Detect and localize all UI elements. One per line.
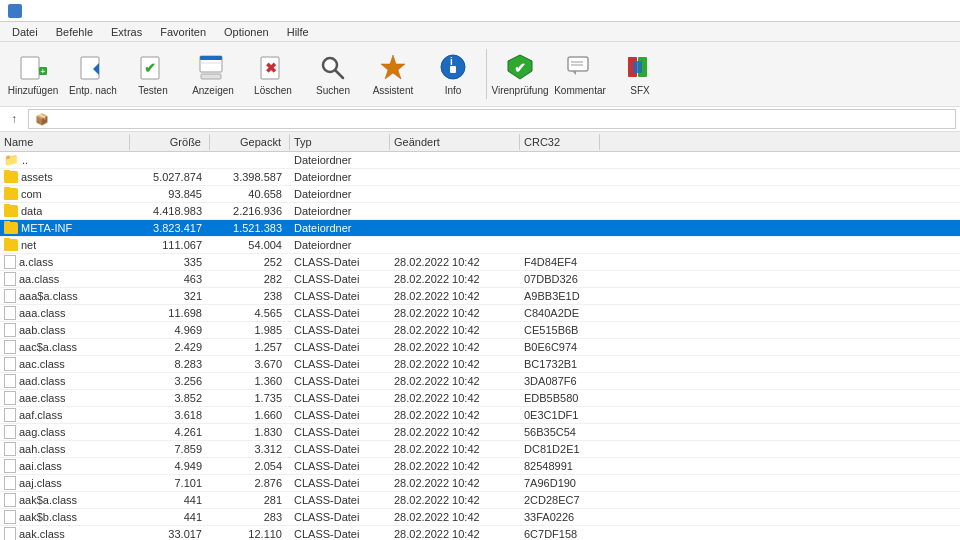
cell-size: 4.969 bbox=[130, 323, 210, 337]
cell-name: aak$a.class bbox=[0, 492, 130, 508]
toolbar-btn-kommentar[interactable]: Kommentar bbox=[551, 45, 609, 103]
table-row[interactable]: aae.class3.8521.735CLASS-Datei28.02.2022… bbox=[0, 390, 960, 407]
cell-packed: 3.398.587 bbox=[210, 170, 290, 184]
table-row[interactable]: aad.class3.2561.360CLASS-Datei28.02.2022… bbox=[0, 373, 960, 390]
cell-changed: 28.02.2022 10:42 bbox=[390, 255, 520, 269]
info-icon: i bbox=[437, 51, 469, 83]
menu-item-favoriten[interactable]: Favoriten bbox=[152, 24, 214, 40]
folder-icon bbox=[4, 205, 18, 217]
cell-type: Dateiordner bbox=[290, 170, 390, 184]
table-row[interactable]: assets5.027.8743.398.587Dateiordner bbox=[0, 169, 960, 186]
menu-item-hilfe[interactable]: Hilfe bbox=[279, 24, 317, 40]
col-header-packed[interactable]: Gepackt bbox=[210, 134, 290, 150]
table-row[interactable]: aak$b.class441283CLASS-Datei28.02.2022 1… bbox=[0, 509, 960, 526]
loschen-icon: ✖ bbox=[257, 51, 289, 83]
cell-name: aac.class bbox=[0, 356, 130, 372]
file-icon bbox=[4, 340, 16, 354]
file-name-text: com bbox=[21, 188, 42, 200]
cell-type: Dateiordner bbox=[290, 187, 390, 201]
table-row[interactable]: aaj.class7.1012.876CLASS-Datei28.02.2022… bbox=[0, 475, 960, 492]
toolbar-btn-loschen[interactable]: ✖Löschen bbox=[244, 45, 302, 103]
nav-up-button[interactable]: ↑ bbox=[4, 109, 24, 129]
folder-icon bbox=[4, 239, 18, 251]
column-headers: Name Größe Gepackt Typ Geändert CRC32 bbox=[0, 132, 960, 152]
table-row[interactable]: aai.class4.9492.054CLASS-Datei28.02.2022… bbox=[0, 458, 960, 475]
table-row[interactable]: aaa.class11.6984.565CLASS-Datei28.02.202… bbox=[0, 305, 960, 322]
file-icon bbox=[4, 306, 16, 320]
suchen-label: Suchen bbox=[316, 85, 350, 97]
cell-packed: 1.360 bbox=[210, 374, 290, 388]
toolbar-btn-anzeigen[interactable]: Anzeigen bbox=[184, 45, 242, 103]
cell-crc: 2CD28EC7 bbox=[520, 493, 600, 507]
file-name-text: aae.class bbox=[19, 392, 65, 404]
col-header-type[interactable]: Typ bbox=[290, 134, 390, 150]
table-row[interactable]: data4.418.9832.216.936Dateiordner bbox=[0, 203, 960, 220]
table-row[interactable]: net111.06754.004Dateiordner bbox=[0, 237, 960, 254]
cell-changed: 28.02.2022 10:42 bbox=[390, 459, 520, 473]
file-name-text: aa.class bbox=[19, 273, 59, 285]
cell-crc: A9BB3E1D bbox=[520, 289, 600, 303]
cell-type: CLASS-Datei bbox=[290, 425, 390, 439]
file-icon bbox=[4, 425, 16, 439]
table-row[interactable]: aaf.class3.6181.660CLASS-Datei28.02.2022… bbox=[0, 407, 960, 424]
toolbar-btn-assistent[interactable]: Assistent bbox=[364, 45, 422, 103]
toolbar-btn-testen[interactable]: ✔Testen bbox=[124, 45, 182, 103]
toolbar-btn-hinzufugen[interactable]: +Hinzufügen bbox=[4, 45, 62, 103]
cell-type: Dateiordner bbox=[290, 221, 390, 235]
cell-name: aac$a.class bbox=[0, 339, 130, 355]
cell-packed: 3.312 bbox=[210, 442, 290, 456]
cell-crc: F4D84EF4 bbox=[520, 255, 600, 269]
cell-name: aaa.class bbox=[0, 305, 130, 321]
cell-name: net bbox=[0, 238, 130, 252]
cell-crc: 3DA087F6 bbox=[520, 374, 600, 388]
table-row[interactable]: aak$a.class441281CLASS-Datei28.02.2022 1… bbox=[0, 492, 960, 509]
col-header-name[interactable]: Name bbox=[0, 134, 130, 150]
table-row[interactable]: aac$a.class2.4291.257CLASS-Datei28.02.20… bbox=[0, 339, 960, 356]
col-header-size[interactable]: Größe bbox=[130, 134, 210, 150]
cell-size bbox=[130, 159, 210, 161]
table-row[interactable]: aag.class4.2611.830CLASS-Datei28.02.2022… bbox=[0, 424, 960, 441]
svg-rect-21 bbox=[568, 57, 588, 71]
table-row[interactable]: 📁..Dateiordner bbox=[0, 152, 960, 169]
table-row[interactable]: aa.class463282CLASS-Datei28.02.2022 10:4… bbox=[0, 271, 960, 288]
cell-packed: 238 bbox=[210, 289, 290, 303]
cell-packed bbox=[210, 159, 290, 161]
toolbar-btn-info[interactable]: iInfo bbox=[424, 45, 482, 103]
cell-changed bbox=[390, 193, 520, 195]
table-row[interactable]: aaa$a.class321238CLASS-Datei28.02.2022 1… bbox=[0, 288, 960, 305]
table-row[interactable]: com93.84540.658Dateiordner bbox=[0, 186, 960, 203]
file-name-text: a.class bbox=[19, 256, 53, 268]
address-bar: ↑ 📦 bbox=[0, 107, 960, 132]
cell-changed: 28.02.2022 10:42 bbox=[390, 493, 520, 507]
toolbar-separator bbox=[486, 49, 487, 99]
col-header-crc[interactable]: CRC32 bbox=[520, 134, 600, 150]
cell-name: aah.class bbox=[0, 441, 130, 457]
file-icon bbox=[4, 391, 16, 405]
col-header-changed[interactable]: Geändert bbox=[390, 134, 520, 150]
toolbar-btn-virenpruefung[interactable]: ✔Virenprüfung bbox=[491, 45, 549, 103]
table-row[interactable]: aak.class33.01712.110CLASS-Datei28.02.20… bbox=[0, 526, 960, 540]
table-row[interactable]: aab.class4.9691.985CLASS-Datei28.02.2022… bbox=[0, 322, 960, 339]
cell-name: aaf.class bbox=[0, 407, 130, 423]
table-row[interactable]: aah.class7.8593.312CLASS-Datei28.02.2022… bbox=[0, 441, 960, 458]
svg-rect-10 bbox=[201, 74, 221, 79]
toolbar-btn-suchen[interactable]: Suchen bbox=[304, 45, 362, 103]
hinzufugen-label: Hinzufügen bbox=[8, 85, 59, 97]
table-row[interactable]: aac.class8.2833.670CLASS-Datei28.02.2022… bbox=[0, 356, 960, 373]
svg-text:✔: ✔ bbox=[514, 60, 526, 76]
file-name-text: aab.class bbox=[19, 324, 65, 336]
cell-name: aai.class bbox=[0, 458, 130, 474]
table-row[interactable]: a.class335252CLASS-Datei28.02.2022 10:42… bbox=[0, 254, 960, 271]
menu-item-datei[interactable]: Datei bbox=[4, 24, 46, 40]
table-row[interactable]: META-INF3.823.4171.521.383Dateiordner bbox=[0, 220, 960, 237]
cell-size: 33.017 bbox=[130, 527, 210, 540]
menu-item-optionen[interactable]: Optionen bbox=[216, 24, 277, 40]
menu-item-befehle[interactable]: Befehle bbox=[48, 24, 101, 40]
file-icon bbox=[4, 476, 16, 490]
toolbar-btn-sfx[interactable]: SFX bbox=[611, 45, 669, 103]
toolbar-btn-entp-nach[interactable]: Entp. nach bbox=[64, 45, 122, 103]
svg-text:✖: ✖ bbox=[265, 60, 277, 76]
cell-type: CLASS-Datei bbox=[290, 408, 390, 422]
sfx-icon bbox=[624, 51, 656, 83]
menu-item-extras[interactable]: Extras bbox=[103, 24, 150, 40]
